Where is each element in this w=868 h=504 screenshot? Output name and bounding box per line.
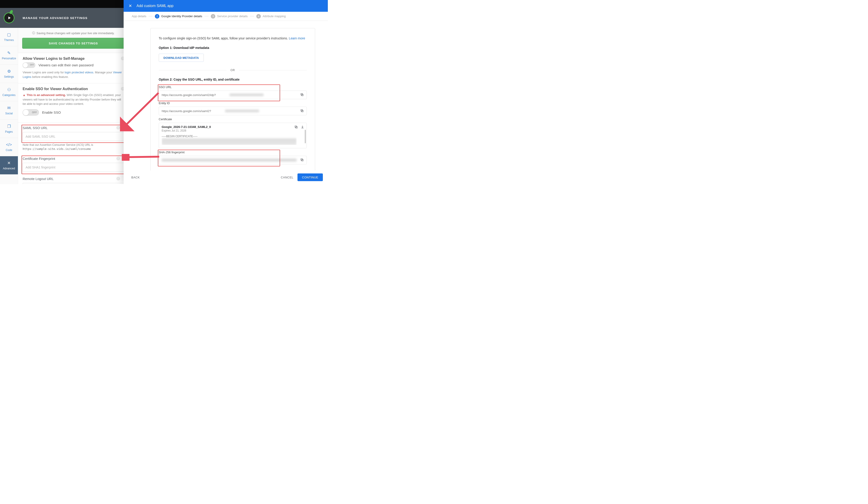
scrollbar[interactable] bbox=[305, 130, 306, 143]
sidebar-item-code[interactable]: </> Code bbox=[0, 138, 18, 156]
cert-expires: Expires Jul 21, 2026 bbox=[162, 129, 297, 132]
logo-area bbox=[0, 8, 18, 28]
entity-id-label: Entity ID bbox=[159, 101, 307, 105]
pages-icon: ❐ bbox=[7, 124, 11, 129]
step-number: 4 bbox=[256, 14, 261, 19]
entity-id-field bbox=[159, 107, 307, 115]
tree-icon: ⚇ bbox=[7, 87, 11, 92]
section-cert-fingerprint: Certificate Fingerprint ? bbox=[23, 157, 124, 172]
sidebar-item-label: Advanced bbox=[3, 167, 15, 170]
saml-sso-url-input[interactable] bbox=[23, 132, 124, 141]
back-button[interactable]: BACK bbox=[131, 176, 140, 179]
cancel-button[interactable]: CANCEL bbox=[277, 173, 298, 181]
code-icon: </> bbox=[6, 142, 12, 147]
cert-name: Google_2026-7-21-10348_SAML2_0 bbox=[162, 125, 297, 128]
play-icon bbox=[8, 17, 11, 19]
page-header: MANAGE YOUR ADVANCED SETTINGS bbox=[18, 8, 132, 28]
sidebar-item-themes[interactable]: ▢ Themes bbox=[0, 28, 18, 46]
cert-begin-line: -----BEGIN CERTIFICATE----- bbox=[162, 134, 297, 138]
sidebar-item-pages[interactable]: ❐ Pages bbox=[0, 120, 18, 138]
copy-icon[interactable] bbox=[300, 93, 304, 96]
chat-icon: ✉ bbox=[7, 105, 11, 111]
sidebar-item-label: Code bbox=[6, 148, 12, 152]
sidebar-item-social[interactable]: ✉ Social bbox=[0, 101, 18, 120]
redacted-blur bbox=[162, 138, 297, 145]
login-protected-link[interactable]: login protected videos bbox=[64, 71, 93, 74]
continue-button[interactable]: CONTINUE bbox=[298, 173, 323, 181]
sha256-label: SHA-256 fingerprint bbox=[159, 151, 307, 154]
help-icon[interactable]: ? bbox=[116, 126, 120, 130]
certificate-box: Google_2026-7-21-10348_SAML2_0 Expires J… bbox=[159, 123, 307, 148]
download-icon[interactable] bbox=[301, 125, 304, 130]
redacted-blur bbox=[162, 158, 297, 162]
sidebar-item-settings[interactable]: ⚙ Settings bbox=[0, 64, 18, 83]
close-icon[interactable]: ✕ bbox=[128, 3, 132, 8]
save-banner-text: Saving these changes will update your li… bbox=[37, 31, 114, 35]
google-modal: ✕ Add custom SAML app App details 2 Goog… bbox=[124, 0, 328, 184]
top-black-bar bbox=[0, 0, 132, 8]
enable-sso-toggle[interactable]: OFF bbox=[23, 109, 39, 116]
option2-title: Option 2: Copy the SSO URL, entity ID, a… bbox=[159, 78, 307, 81]
acs-note: Note that our Assertion Consumer Service… bbox=[23, 143, 93, 146]
step-sp-details[interactable]: 3 Service provider details bbox=[211, 14, 248, 19]
sidebar-item-label: Themes bbox=[4, 39, 14, 42]
copy-icon[interactable] bbox=[300, 109, 304, 113]
help-icon[interactable]: ? bbox=[116, 157, 120, 160]
step-number: 2 bbox=[155, 14, 159, 19]
copy-icon[interactable] bbox=[294, 125, 298, 130]
sidebar-item-label: Social bbox=[5, 112, 13, 115]
enable-sso-label: Enable SSO bbox=[42, 111, 61, 114]
copy-icon[interactable] bbox=[300, 158, 304, 162]
sidebar-item-label: Personalize bbox=[2, 57, 16, 60]
step-attribute-mapping[interactable]: 4 Attribute mapping bbox=[256, 14, 286, 19]
section-self-manage: Allow Viewer Logins to Self-Manage ? OFF… bbox=[18, 53, 128, 83]
card-intro: To configure single sign-on (SSO) for SA… bbox=[159, 37, 307, 40]
section-saml-sso-url: SAML SSO URL ? Note that our Assertion C… bbox=[23, 126, 124, 152]
redacted-blur bbox=[225, 110, 259, 112]
field-label: Certificate Fingerprint bbox=[23, 157, 124, 161]
save-banner: ⓘ Saving these changes will update your … bbox=[18, 28, 128, 53]
page-title: MANAGE YOUR ADVANCED SETTINGS bbox=[23, 16, 87, 20]
toggle-description: Viewers can edit their own password bbox=[39, 63, 93, 68]
sso-url-value[interactable] bbox=[162, 93, 229, 97]
idp-card: To configure single sign-on (SSO) for SA… bbox=[150, 28, 315, 171]
learn-more-link[interactable]: Learn more bbox=[289, 37, 305, 40]
modal-header: ✕ Add custom SAML app bbox=[124, 0, 328, 12]
download-metadata-button[interactable]: DOWNLOAD METADATA bbox=[159, 54, 204, 62]
tools-icon: ✕ bbox=[7, 161, 11, 165]
tag-icon: ▢ bbox=[7, 32, 11, 37]
section-enable-sso: Enable SSO for Viewer Authentication ? ▲… bbox=[18, 83, 128, 123]
save-button[interactable]: SAVE CHANGES TO SETTINGS bbox=[22, 38, 125, 49]
sso-warning: ▲ This is an advanced setting. With Sing… bbox=[23, 93, 124, 106]
help-icon[interactable]: ? bbox=[116, 177, 120, 181]
entity-id-value[interactable] bbox=[162, 109, 225, 113]
sidebar-item-label: Categories bbox=[2, 93, 16, 97]
sidebar-item-categories[interactable]: ⚇ Categories bbox=[0, 83, 18, 101]
toggle-off-label: OFF bbox=[32, 111, 37, 114]
sidebar-item-advanced[interactable]: ✕ Advanced bbox=[0, 156, 18, 175]
settings-panel: ⓘ Saving these changes will update your … bbox=[18, 28, 128, 184]
step-idp-details[interactable]: 2 Google Identity Provider details bbox=[155, 14, 202, 19]
option1-title: Option 1: Download IdP metadata bbox=[159, 46, 307, 50]
warning-icon: ▲ bbox=[23, 93, 25, 97]
modal-title: Add custom SAML app bbox=[136, 4, 173, 8]
self-manage-toggle[interactable]: OFF bbox=[23, 62, 35, 68]
cert-fingerprint-input[interactable] bbox=[23, 163, 124, 172]
gear-icon: ⚙ bbox=[7, 69, 11, 74]
modal-body: To configure single sign-on (SSO) for SA… bbox=[124, 21, 328, 171]
pencil-icon: ✎ bbox=[7, 51, 11, 55]
redacted-blur bbox=[229, 93, 264, 96]
step-app-details[interactable]: App details bbox=[132, 14, 146, 18]
stepper: App details 2 Google Identity Provider d… bbox=[124, 12, 328, 21]
sha256-field bbox=[159, 156, 307, 164]
sidebar-item-personalize[interactable]: ✎ Personalize bbox=[0, 46, 18, 64]
info-icon: ⓘ bbox=[32, 31, 35, 35]
sidebar-item-label: Settings bbox=[4, 75, 14, 78]
remote-logout-url-input[interactable] bbox=[23, 183, 124, 184]
step-number: 3 bbox=[211, 14, 215, 19]
toggle-off-label: OFF bbox=[30, 64, 34, 66]
acs-url: https://sample-site.vids.io/saml/consume bbox=[23, 147, 91, 151]
field-label: Remote Logout URL bbox=[23, 177, 124, 181]
or-separator: OR bbox=[159, 69, 307, 72]
brand-logo bbox=[4, 12, 14, 23]
